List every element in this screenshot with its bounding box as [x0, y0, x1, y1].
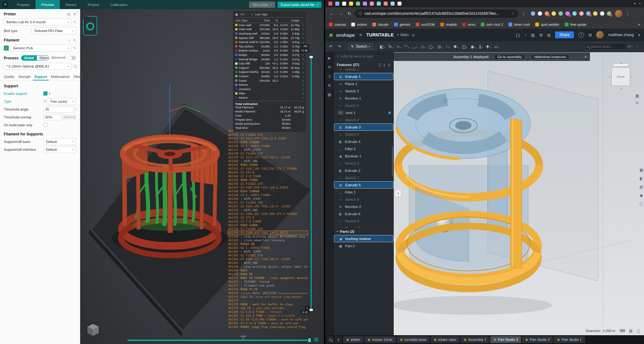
filament-select[interactable]: Generic PLA ▾ — [11, 45, 71, 52]
time-scrubber-handle[interactable] — [308, 338, 311, 342]
legend-selector-value[interactable]: Line Type — [255, 13, 268, 16]
sketch-button[interactable]: ✎ Sketch ▾ — [348, 43, 373, 50]
feedback-icon[interactable]: ▤ — [629, 329, 632, 333]
cad-model-scene[interactable] — [394, 52, 644, 335]
feature-filter-input[interactable] — [341, 54, 391, 58]
share-button[interactable]: Share — [555, 31, 574, 38]
bookmark-notion[interactable]: notion — [351, 23, 367, 26]
new-tab-icon[interactable]: + — [639, 2, 641, 6]
add-tab-button[interactable]: + — [335, 336, 342, 343]
visibility-toggle-icon[interactable]: ● — [299, 54, 304, 56]
transform-tool[interactable]: ✚▾ — [485, 43, 492, 50]
mirror-tool[interactable]: ◫▾ — [461, 43, 469, 50]
search-preset-icon[interactable] — [73, 64, 76, 68]
process-preset-select[interactable]: * 0.16mm Optimal @BBLA1 ▾ — [4, 63, 71, 70]
feature-sketch-8[interactable]: ▱Sketch 8 — [334, 196, 393, 203]
part-part-2[interactable]: ▣Part 2 — [334, 242, 393, 249]
edit-filament-icon[interactable]: ✎ — [73, 46, 76, 50]
bookmark-gemini[interactable]: gemini — [394, 23, 410, 26]
feature-sketch-5[interactable]: ▱Sketch 5 — [334, 102, 393, 109]
document-tab-part-studio-1[interactable]: ▣Part Studio 1 — [554, 336, 585, 343]
bookmark-ooh-cool-2[interactable]: ooh cool 2 — [481, 23, 503, 26]
browser-menu-icon[interactable]: ⋮ — [624, 11, 631, 16]
keyboard-shortcuts-icon[interactable]: ⌨ — [619, 329, 625, 333]
chevron-down-icon[interactable]: ▾ — [317, 3, 318, 6]
fullscreen-icon[interactable]: ▢ — [637, 329, 640, 333]
threshold-angle-input[interactable] — [43, 106, 74, 112]
site-info-icon[interactable]: ⓘ — [358, 11, 362, 16]
top-tab-device[interactable]: Device — [60, 0, 82, 9]
spin-down-icon[interactable]: ▾ — [75, 109, 76, 111]
printer-settings-icon[interactable]: ⚙ — [73, 12, 76, 16]
document-tab-turntable-base[interactable]: ▣turntable base — [397, 336, 430, 343]
feature-vent-1[interactable]: VeVent 1 — [334, 109, 393, 116]
feature-plane-1[interactable]: ▭Plane 1 — [334, 80, 393, 87]
versions-panel-icon[interactable]: ◷ — [328, 74, 331, 79]
help-button[interactable]: ? — [578, 32, 584, 38]
visibility-toggle-icon[interactable]: ● — [299, 58, 304, 60]
rollback-icon[interactable]: ◷ — [388, 63, 391, 67]
export-plate-button[interactable]: Export plate sliced file ▾ — [278, 2, 321, 8]
bookmark-spot-welder[interactable]: spot welder — [535, 23, 559, 26]
color-scheme-icon[interactable]: ▦ — [235, 13, 238, 16]
feature-sketch-7[interactable]: ▱Sketch 7 — [334, 174, 393, 181]
chevron-down-icon[interactable]: ▾ — [271, 3, 272, 6]
visibility-toggle-icon[interactable]: ● — [299, 71, 304, 73]
document-tab-assembly-1[interactable]: ▣Assembly 1 — [461, 336, 489, 343]
rotate-right-icon[interactable]: ▸ — [631, 75, 633, 78]
visibility-toggle-icon[interactable]: ● — [299, 37, 304, 39]
visibility-toggle-icon[interactable]: ● — [299, 96, 304, 99]
extension-icon[interactable] — [600, 11, 604, 16]
feature-boolean-1[interactable]: ◉Boolean 1 — [334, 152, 393, 160]
fillet-tool[interactable]: ◡▾ — [411, 43, 419, 50]
bambu-3d-viewport[interactable]: Textured — [80, 9, 324, 344]
orientation-cube[interactable] — [86, 323, 100, 337]
extension-icon[interactable] — [531, 11, 535, 16]
pinned-tab-favicon[interactable] — [391, 2, 395, 6]
feature-revolve-2[interactable]: ↻Revolve 2 — [334, 203, 393, 210]
pinned-tab-favicon[interactable] — [397, 2, 402, 6]
visibility-toggle-icon[interactable]: ● — [299, 92, 304, 95]
document-tab-part-studio-3[interactable]: ▣Part Studio 3 — [490, 336, 521, 343]
globe-icon[interactable]: ◍ — [547, 33, 551, 37]
rotate-up-icon[interactable]: ▴ — [620, 61, 622, 64]
process-scope-toggle[interactable]: Global Objects — [21, 55, 49, 61]
edit-printer-icon[interactable]: ✎ — [73, 20, 76, 24]
view-cube[interactable]: Front — [611, 67, 630, 86]
downloads-icon[interactable]: ↓ — [520, 11, 527, 16]
section-view-icon[interactable]: ◧ — [640, 176, 643, 181]
feature-list-scrollbar[interactable] — [392, 146, 393, 177]
hide-show-instances-button[interactable]: Hide/show instances — [531, 54, 569, 60]
linear-pattern-tool[interactable]: ∷▾ — [445, 43, 452, 50]
search-tools-input[interactable] — [591, 45, 625, 48]
feature-sketch-3[interactable]: ▱Sketch 3 — [334, 160, 393, 167]
param-tab-support[interactable]: Support — [33, 74, 48, 80]
pinned-tab-favicon[interactable] — [363, 2, 367, 6]
settings-panel-icon[interactable]: ⚙ — [328, 83, 331, 88]
pinned-tab-favicon[interactable] — [370, 2, 374, 6]
extension-icon[interactable] — [607, 11, 611, 16]
tab-search-icon[interactable]: ▾ — [634, 2, 636, 6]
pinned-tab-favicon[interactable] — [377, 2, 381, 6]
search-tools-box[interactable]: alt+/ c — [584, 43, 641, 50]
top-tab-calibration[interactable]: Calibration — [105, 0, 133, 9]
split-tool[interactable]: ∥▾ — [478, 43, 484, 50]
visibility-toggle-icon[interactable]: ● — [299, 28, 304, 30]
collapse-sidebar-icon[interactable]: « — [76, 10, 78, 14]
redo-icon[interactable]: ↷ — [336, 43, 342, 50]
surface-tool[interactable]: ▱▾ — [493, 43, 501, 50]
extrude-tool[interactable]: ◧▾ — [379, 43, 387, 50]
feature-sketch-6[interactable]: ▱Sketch 6 — [334, 131, 393, 138]
revolve-tool[interactable]: ↻▾ — [387, 43, 395, 50]
rotate-left-icon[interactable]: ◂ — [608, 75, 610, 78]
apps-grid-icon[interactable]: ⊞ — [588, 33, 592, 37]
extension-icon[interactable] — [579, 11, 584, 16]
sync-filament-icon[interactable]: ↻ — [73, 38, 76, 42]
document-title[interactable]: TURNTABLE — [366, 32, 394, 37]
advanced-toggle[interactable] — [68, 56, 76, 60]
bookmark-matlab[interactable]: matlab — [440, 23, 457, 26]
extension-icon[interactable] — [552, 11, 556, 16]
parts-header[interactable]: ▾ Parts (2) — [334, 227, 393, 235]
process-objects-option[interactable]: Objects — [37, 56, 49, 60]
visibility-toggle-icon[interactable]: ● — [299, 67, 304, 69]
